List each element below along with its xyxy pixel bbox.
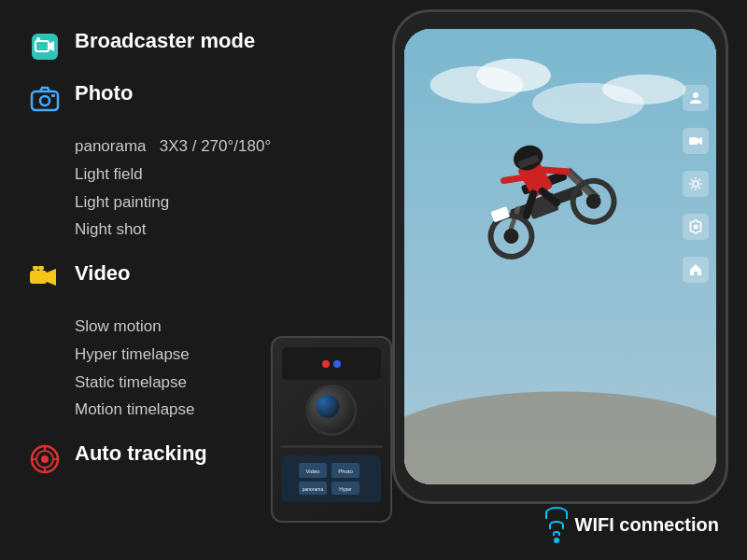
phone-sidebar [683,85,709,283]
svg-point-10 [38,266,44,271]
phone-sidebar-settings-icon[interactable] [683,171,709,197]
svg-point-3 [36,37,40,41]
wifi-arc-medium [549,521,564,529]
svg-point-23 [404,391,716,484]
svg-point-9 [33,266,38,271]
video-sub-hypertimelapse: Hyper timelapse [75,341,327,369]
svg-marker-8 [47,269,56,286]
svg-text:Hyper: Hyper [339,486,352,492]
right-panel: Video Photo panorama Hyper WIFI connecti… [289,0,747,560]
photo-title: Photo [75,80,133,107]
motocross-image [404,29,716,484]
svg-point-20 [476,59,551,92]
wifi-dot [554,538,559,543]
phone-sidebar-person-icon[interactable] [683,85,709,111]
svg-point-22 [602,75,686,105]
photo-sub-panorama: panorama 3X3 / 270°/180° [75,133,327,161]
svg-marker-44 [698,137,702,145]
phone-sidebar-home-icon[interactable] [683,257,709,283]
svg-point-46 [694,225,698,230]
photo-subitems: panorama 3X3 / 270°/180° Light field Lig… [75,133,327,244]
tracking-item[interactable]: Auto tracking [28,441,327,476]
photo-item[interactable]: Photo [28,80,327,116]
wifi-section: WIFI connection [545,507,719,543]
phone-screen [404,29,716,484]
video-sub-statictimelapse: Static timelapse [75,369,327,397]
broadcaster-title: Broadcaster mode [75,28,255,55]
svg-rect-43 [689,137,698,145]
video-sub-slowmotion: Slow motion [75,313,327,341]
left-menu-panel: Broadcaster mode Photo panorama 3X3 / 27… [28,28,327,493]
tracking-icon [28,442,62,476]
svg-point-5 [40,96,49,105]
wifi-arc-small [553,531,560,536]
svg-point-42 [693,92,698,98]
svg-rect-7 [30,271,47,284]
video-sub-motiontimelapse: Motion timelapse [75,396,327,424]
wifi-label: WIFI connection [575,514,719,536]
wifi-arc-large [545,507,568,519]
phone-sidebar-videocam-icon[interactable] [683,128,709,154]
broadcaster-item[interactable]: Broadcaster mode [28,28,327,63]
svg-rect-6 [51,94,55,97]
video-item[interactable]: Video [28,260,327,296]
photo-sub-lightfield: Light field [75,161,327,189]
photo-sub-lightpainting: Light painting [75,189,327,217]
phone-sidebar-gear-icon[interactable] [683,214,709,240]
video-subitems: Slow motion Hyper timelapse Static timel… [75,313,327,424]
svg-point-13 [41,455,49,463]
svg-text:Photo: Photo [338,469,353,474]
svg-point-45 [693,181,698,187]
broadcaster-icon [28,30,62,63]
wifi-icon [545,507,568,543]
photo-sub-nightshot: Night shot [75,216,327,244]
tracking-title: Auto tracking [75,441,207,468]
video-icon [28,262,62,296]
video-title: Video [75,260,131,287]
phone-frame [392,9,728,504]
photo-icon [28,82,62,116]
